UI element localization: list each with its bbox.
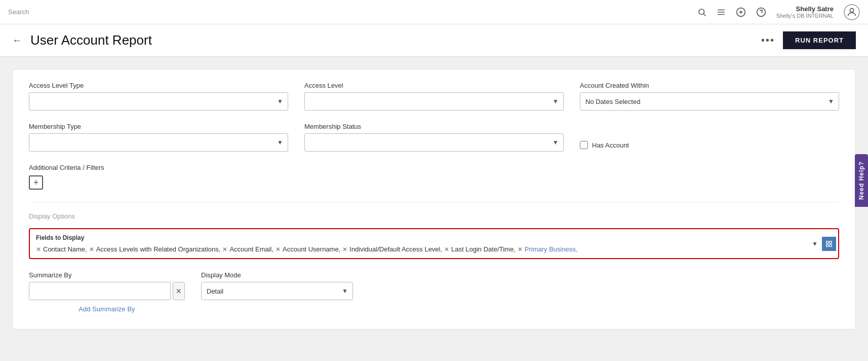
field-tag-individual-access: ✕ Individual/Default Access Level, <box>342 245 442 253</box>
page-header: ← User Account Report ••• RUN REPORT <box>0 24 868 57</box>
display-options-title: Display Options <box>29 212 839 220</box>
additional-criteria-section: Additional Criteria / Filters + <box>29 164 839 190</box>
search-icon[interactable] <box>697 8 706 17</box>
field-tag-account-email: ✕ Account Email, <box>222 245 273 253</box>
field-access-levels-text: Access Levels with Related Organizations… <box>96 245 221 253</box>
access-level-wrapper: ▼ <box>304 92 564 111</box>
main-content: Access Level Type ▼ Access Level ▼ <box>0 57 868 342</box>
field-account-username-text: Account Username, <box>283 245 340 253</box>
field-last-login-text: Last Login Date/Time, <box>451 245 516 253</box>
summarize-by-input[interactable] <box>29 282 171 300</box>
fields-to-display-box[interactable]: Fields to Display ✕ Contact Name, ✕ Acce… <box>29 228 839 259</box>
has-account-label: Has Account <box>592 141 629 149</box>
remove-account-email-btn[interactable]: ✕ <box>222 246 227 253</box>
access-level-group: Access Level ▼ <box>304 82 564 111</box>
membership-type-select[interactable] <box>29 133 288 152</box>
remove-access-levels-btn[interactable]: ✕ <box>89 246 94 253</box>
svg-rect-11 <box>826 241 828 243</box>
display-mode-group: Display Mode Detail ▼ <box>201 271 353 300</box>
user-info: Shelly Satre Shelly's DB INTERNAL <box>776 5 834 19</box>
display-mode-wrapper: Detail ▼ <box>201 282 353 300</box>
has-account-checkbox-group: Has Account <box>580 141 839 149</box>
page-title: User Account Report <box>30 32 753 48</box>
summarize-input-row: ✕ <box>29 282 185 300</box>
field-account-email-text: Account Email, <box>229 245 273 253</box>
top-nav: Search Shelly Satre Shelly's DB INTERNAL <box>0 0 868 24</box>
form-row-2: Membership Type ▼ Membership Status ▼ <box>29 123 839 152</box>
summarize-by-group: Summarize By ✕ Add Summarize By <box>29 271 185 313</box>
membership-status-wrapper: ▼ <box>304 133 564 152</box>
need-help-container[interactable]: Need Help? <box>855 154 868 207</box>
fields-to-display-section: Fields to Display ✕ Contact Name, ✕ Acce… <box>29 228 839 259</box>
user-name: Shelly Satre <box>796 5 834 13</box>
svg-rect-12 <box>830 241 832 243</box>
more-options-button[interactable]: ••• <box>761 34 775 46</box>
search-placeholder[interactable]: Search <box>8 8 689 16</box>
remove-primary-business-btn[interactable]: ✕ <box>518 246 523 253</box>
field-tag-primary-business: ✕ Primary Business, <box>518 245 578 253</box>
field-individual-access-text: Individual/Default Access Level, <box>349 245 442 253</box>
list-icon[interactable] <box>717 8 726 17</box>
back-button[interactable]: ← <box>12 34 22 46</box>
field-primary-business-text: Primary Business, <box>525 245 578 253</box>
access-level-type-select[interactable] <box>29 92 288 111</box>
access-level-type-label: Access Level Type <box>29 82 288 89</box>
need-help-button[interactable]: Need Help? <box>855 154 868 207</box>
membership-type-label: Membership Type <box>29 123 288 130</box>
membership-status-group: Membership Status ▼ <box>304 123 564 152</box>
add-criteria-button[interactable]: + <box>29 175 43 190</box>
plus-icon: + <box>33 177 39 188</box>
divider <box>29 202 839 202</box>
form-card: Access Level Type ▼ Access Level ▼ <box>12 69 856 330</box>
access-level-type-wrapper: ▼ <box>29 92 288 111</box>
membership-status-label: Membership Status <box>304 123 564 130</box>
field-contact-name-text: Contact Name, <box>43 245 87 253</box>
fields-tags: ✕ Contact Name, ✕ Access Levels with Rel… <box>36 245 832 253</box>
account-created-within-label: Account Created Within <box>580 82 839 89</box>
add-summarize-link[interactable]: Add Summarize By <box>29 305 185 313</box>
form-row-1: Access Level Type ▼ Access Level ▼ <box>29 82 839 111</box>
svg-rect-14 <box>830 244 832 246</box>
help-icon[interactable] <box>756 7 766 17</box>
summarize-by-label: Summarize By <box>29 271 185 279</box>
user-sub: Shelly's DB INTERNAL <box>776 13 834 19</box>
access-level-label: Access Level <box>304 82 564 89</box>
remove-contact-name-btn[interactable]: ✕ <box>36 246 41 253</box>
svg-point-10 <box>850 8 853 12</box>
field-tag-account-username: ✕ Account Username, <box>275 245 340 253</box>
field-tag-contact-name: ✕ Contact Name, <box>36 245 87 253</box>
access-level-select[interactable] <box>304 92 564 111</box>
svg-rect-13 <box>826 244 828 246</box>
membership-status-select[interactable] <box>304 133 564 152</box>
fields-tags-row: ✕ Contact Name, ✕ Access Levels with Rel… <box>36 245 832 253</box>
account-created-within-select[interactable]: No Dates Selected <box>580 92 839 111</box>
svg-point-0 <box>699 9 704 15</box>
has-account-group: Has Account <box>580 123 839 152</box>
remove-account-username-btn[interactable]: ✕ <box>275 246 281 253</box>
field-tag-access-levels: ✕ Access Levels with Related Organizatio… <box>89 245 221 253</box>
fields-config-button[interactable] <box>822 237 836 251</box>
membership-type-wrapper: ▼ <box>29 133 288 152</box>
display-mode-select[interactable]: Detail <box>201 282 353 300</box>
avatar[interactable] <box>844 4 860 20</box>
svg-line-1 <box>703 14 705 16</box>
has-account-checkbox[interactable] <box>580 141 588 149</box>
remove-last-login-btn[interactable]: ✕ <box>444 246 449 253</box>
access-level-type-group: Access Level Type ▼ <box>29 82 288 111</box>
display-mode-label: Display Mode <box>201 271 353 279</box>
add-icon[interactable] <box>736 7 746 17</box>
account-created-within-wrapper: No Dates Selected ▼ <box>580 92 839 111</box>
fields-to-display-label: Fields to Display <box>36 234 832 241</box>
top-nav-icons: Shelly Satre Shelly's DB INTERNAL <box>697 4 860 20</box>
additional-criteria-label: Additional Criteria / Filters <box>29 164 839 171</box>
account-created-within-group: Account Created Within No Dates Selected… <box>580 82 839 111</box>
remove-individual-access-btn[interactable]: ✕ <box>342 246 347 253</box>
field-tag-last-login: ✕ Last Login Date/Time, <box>444 245 516 253</box>
clear-summarize-button[interactable]: ✕ <box>173 282 185 300</box>
summarize-display-row: Summarize By ✕ Add Summarize By Display … <box>29 271 839 313</box>
fields-dropdown-arrow-icon[interactable]: ▼ <box>812 240 818 247</box>
run-report-button[interactable]: RUN REPORT <box>783 31 856 49</box>
membership-type-group: Membership Type ▼ <box>29 123 288 152</box>
